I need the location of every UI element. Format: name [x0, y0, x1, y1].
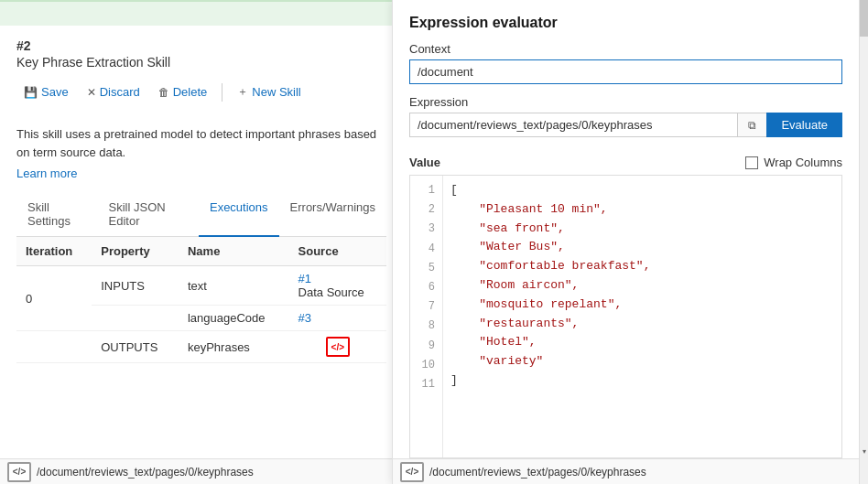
skill-description: This skill uses a pretrained model to de… [16, 125, 386, 161]
toolbar: 💾 Save ✕ Discard 🗑 Delete ＋ New Skill [16, 81, 386, 113]
source-text-1: Data Source [298, 285, 364, 299]
panel-header: Expression evaluator Context Expression … [393, 0, 859, 146]
outputs-source-cell: </> [289, 331, 386, 363]
bottom-path-bar: </> /document/reviews_text/pages/0/keyph… [0, 458, 403, 484]
scrollbar-thumb [860, 0, 868, 37]
outputs-label: OUTPUTS [92, 331, 179, 363]
iteration-empty [16, 331, 92, 363]
inputs-label: INPUTS [92, 266, 179, 306]
tab-errors-warnings[interactable]: Errors/Warnings [279, 193, 386, 237]
evaluate-button[interactable]: Evaluate [766, 113, 842, 137]
tab-skill-json-editor[interactable]: Skill JSON Editor [98, 193, 199, 237]
code-area: 1234567891011 [ "Pleasant 10 min", "sea … [409, 175, 842, 458]
copy-icon: ⧉ [748, 119, 756, 132]
line-numbers: 1234567891011 [410, 176, 443, 457]
scroll-down-icon[interactable]: ▾ [859, 444, 868, 458]
source-cell: #1 Data Source [289, 266, 386, 306]
page-scrollbar[interactable] [859, 0, 868, 484]
expression-input[interactable] [409, 113, 737, 137]
delete-button[interactable]: 🗑 Delete [151, 81, 215, 102]
skill-title: Key Phrase Extraction Skill [16, 55, 386, 70]
col-property: Property [92, 237, 179, 266]
source-link-1[interactable]: #1 [298, 272, 311, 285]
code-scroll[interactable]: 1234567891011 [ "Pleasant 10 min", "sea … [410, 176, 841, 457]
green-bar [0, 0, 403, 26]
context-label: Context [409, 42, 842, 56]
wrap-columns-control: Wrap Columns [745, 156, 842, 169]
executions-table-container: Iteration Property Name Source 0 INPUTS … [16, 237, 386, 363]
code-icon-button[interactable]: </> [326, 337, 350, 357]
table-row: 0 INPUTS text #1 Data Source [16, 266, 386, 306]
plus-icon: ＋ [237, 84, 248, 100]
outputs-name: keyPhrases [179, 331, 289, 363]
value-header: Value Wrap Columns [409, 156, 842, 169]
code-content: [ "Pleasant 10 min", "sea front", "Water… [443, 176, 841, 457]
executions-table: Iteration Property Name Source 0 INPUTS … [16, 237, 386, 363]
tabs-row: Skill Settings Skill JSON Editor Executi… [16, 193, 386, 237]
save-icon: 💾 [24, 86, 38, 99]
expression-evaluator-panel: Expression evaluator Context Expression … [392, 0, 859, 484]
tab-executions[interactable]: Executions [199, 193, 279, 237]
copy-expression-button[interactable]: ⧉ [737, 113, 766, 137]
discard-button[interactable]: ✕ Discard [80, 81, 147, 102]
panel-bottom-path: /document/reviews_text/pages/0/keyphrase… [429, 466, 646, 479]
toolbar-separator [222, 83, 222, 102]
save-button[interactable]: 💾 Save [16, 81, 76, 102]
discard-icon: ✕ [87, 86, 96, 99]
table-row: OUTPUTS keyPhrases </> [16, 331, 386, 363]
new-skill-button[interactable]: ＋ New Skill [230, 81, 308, 103]
inputs-label-2 [92, 306, 179, 331]
left-panel: #2 Key Phrase Extraction Skill 💾 Save ✕ … [0, 0, 403, 484]
source-cell-2: #3 [289, 306, 386, 331]
value-label: Value [409, 156, 440, 169]
panel-bottom-bar: </> /document/reviews_text/pages/0/keyph… [393, 458, 859, 484]
bottom-code-icon-right: </> [400, 462, 424, 482]
wrap-columns-label: Wrap Columns [764, 156, 842, 169]
tab-skill-settings[interactable]: Skill Settings [16, 193, 98, 237]
source-link-3[interactable]: #3 [298, 311, 311, 325]
panel-title: Expression evaluator [409, 15, 842, 31]
col-iteration: Iteration [16, 237, 92, 266]
bottom-code-icon: </> [7, 462, 31, 482]
name-text-2: languageCode [179, 306, 289, 331]
name-text: text [179, 266, 289, 306]
context-input[interactable] [409, 59, 842, 84]
iteration-value: 0 [16, 266, 92, 331]
wrap-checkbox[interactable] [745, 156, 758, 169]
learn-more-link[interactable]: Learn more [16, 167, 77, 180]
value-section: Value Wrap Columns 1234567891011 [ "Plea… [393, 146, 859, 458]
col-source: Source [289, 237, 386, 266]
expression-row: ⧉ Evaluate [409, 113, 842, 137]
trash-icon: 🗑 [158, 86, 169, 99]
col-name: Name [179, 237, 289, 266]
expression-label: Expression [409, 95, 842, 109]
bottom-path-text: /document/reviews_text/pages/0/keyphrase… [37, 466, 254, 479]
skill-number: #2 [16, 38, 386, 53]
